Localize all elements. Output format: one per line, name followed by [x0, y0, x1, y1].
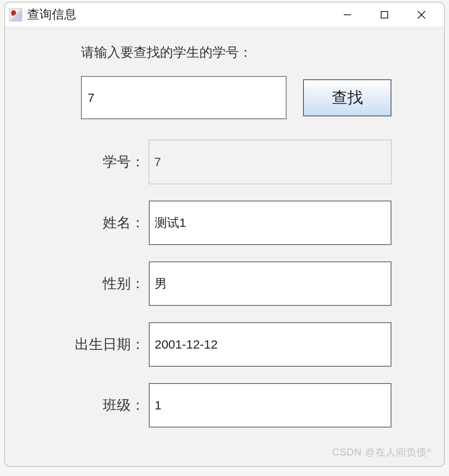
search-button[interactable]: 查找 — [303, 79, 391, 116]
app-window: 查询信息 请输入要查找的学生的学号： 查找 学号： 7 姓名： — [5, 2, 444, 467]
titlebar: 查询信息 — [5, 2, 444, 27]
label-student-id: 学号： — [46, 153, 149, 171]
maximize-icon — [380, 10, 389, 19]
form-row-birthdate: 出生日期： 2001-12-12 — [46, 322, 424, 367]
label-class: 班级： — [46, 396, 149, 415]
maximize-button[interactable] — [374, 7, 395, 23]
content-area: 请输入要查找的学生的学号： 查找 学号： 7 姓名： 测试1 性别： 男 出生日… — [5, 27, 444, 456]
field-birthdate[interactable]: 2001-12-12 — [149, 322, 391, 367]
label-gender: 性别： — [46, 274, 149, 293]
form-row-class: 班级： 1 — [46, 383, 424, 427]
form-row-name: 姓名： 测试1 — [46, 201, 424, 245]
form-row-student-id: 学号： 7 — [46, 140, 424, 184]
search-input[interactable] — [81, 76, 287, 119]
label-birthdate: 出生日期： — [46, 335, 149, 354]
watermark-text: CSDN @在人间负债^ — [332, 446, 432, 459]
result-form: 学号： 7 姓名： 测试1 性别： 男 出生日期： 2001-12-12 班级：… — [46, 140, 424, 427]
field-student-id: 7 — [149, 140, 391, 184]
close-button[interactable] — [411, 7, 432, 23]
minimize-button[interactable] — [337, 7, 358, 23]
prompt-label: 请输入要查找的学生的学号： — [81, 44, 424, 62]
minimize-icon — [343, 10, 352, 20]
field-class[interactable]: 1 — [149, 383, 391, 427]
window-controls — [337, 7, 432, 23]
close-icon — [416, 9, 427, 20]
window-title: 查询信息 — [27, 6, 337, 23]
field-gender[interactable]: 男 — [149, 261, 391, 306]
svg-rect-1 — [381, 12, 388, 18]
label-name: 姓名： — [46, 213, 149, 232]
form-row-gender: 性别： 男 — [46, 261, 424, 306]
search-row: 查找 — [81, 76, 424, 119]
field-name[interactable]: 测试1 — [149, 201, 391, 245]
app-icon — [9, 8, 22, 21]
